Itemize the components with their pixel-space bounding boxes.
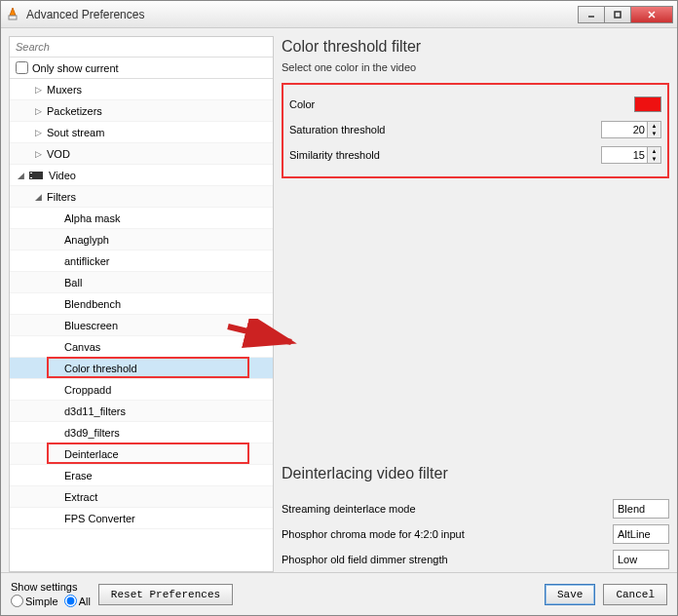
minimize-button[interactable]: [578, 6, 605, 23]
tree-item[interactable]: Canvas: [10, 336, 273, 358]
footer: Show settings Simple All Reset Preferenc…: [1, 572, 677, 615]
tree-item-label: Color threshold: [64, 363, 137, 374]
tree-item[interactable]: Bluescreen: [10, 315, 273, 336]
color-row: Color: [289, 93, 661, 116]
tree-item-label: Erase: [64, 470, 93, 481]
tree-item[interactable]: ◢Video: [10, 165, 273, 186]
svg-rect-7: [30, 173, 32, 173]
color-label: Color: [289, 98, 634, 110]
all-radio[interactable]: [64, 595, 77, 607]
tree-item-label: antiflicker: [64, 255, 109, 267]
chroma-combo[interactable]: AltLine: [613, 524, 669, 544]
tree-item-label: Sout stream: [47, 127, 104, 138]
tree-item[interactable]: Deinterlace: [10, 443, 273, 465]
search-input[interactable]: [10, 37, 273, 58]
tree-item-label: Anaglyph: [64, 234, 109, 246]
tree-item[interactable]: Alpha mask: [10, 208, 273, 229]
tree-item-label: Croppadd: [64, 384, 111, 396]
saturation-label: Saturation threshold: [289, 124, 601, 135]
save-button[interactable]: Save: [545, 584, 595, 605]
cancel-button[interactable]: Cancel: [603, 584, 667, 605]
svg-rect-3: [615, 12, 621, 18]
saturation-row: Saturation threshold ▲▼: [289, 118, 661, 141]
dimmer-label: Phosphor old field dimmer strength: [282, 554, 613, 565]
dimmer-combo[interactable]: Low: [613, 550, 669, 569]
tree-item-label: Extract: [64, 491, 97, 503]
similarity-spinner[interactable]: ▲▼: [601, 146, 661, 164]
app-icon: [5, 7, 20, 22]
tree-item[interactable]: antiflicker: [10, 250, 273, 272]
tree-item[interactable]: Color threshold: [10, 358, 273, 379]
preferences-tree[interactable]: ▷Muxers▷Packetizers▷Sout stream▷VOD◢Vide…: [10, 79, 273, 571]
right-panel: Color threshold filter Select one color …: [282, 36, 669, 572]
body: Only show current ▷Muxers▷Packetizers▷So…: [1, 28, 677, 572]
only-current-checkbox[interactable]: [16, 61, 28, 74]
tree-item[interactable]: Croppadd: [10, 379, 273, 401]
only-current-row: Only show current: [10, 58, 273, 79]
tree-item-label: Packetizers: [47, 105, 102, 117]
similarity-row: Similarity threshold ▲▼: [289, 143, 661, 167]
tree-item[interactable]: ▷Muxers: [10, 79, 273, 100]
titlebar: Advanced Preferences: [1, 1, 677, 28]
tree-item[interactable]: ▷Sout stream: [10, 122, 273, 143]
tree-item-label: Deinterlace: [64, 448, 119, 460]
section1-title: Color threshold filter: [282, 38, 669, 56]
tree-item[interactable]: FPS Converter: [10, 508, 273, 529]
saturation-input[interactable]: [601, 121, 648, 138]
tree-item[interactable]: d3d9_filters: [10, 422, 273, 443]
deint-mode-label: Streaming deinterlace mode: [282, 503, 613, 515]
tree-item[interactable]: d3d11_filters: [10, 401, 273, 422]
video-icon: [29, 170, 45, 181]
only-current-label: Only show current: [32, 62, 119, 74]
tree-item[interactable]: ◢Filters: [10, 186, 273, 208]
section2-title: Deinterlacing video filter: [282, 465, 669, 482]
tree-item-label: Muxers: [47, 84, 82, 96]
saturation-spin-buttons[interactable]: ▲▼: [648, 121, 661, 138]
chroma-row: Phosphor chroma mode for 4:2:0 input Alt…: [282, 521, 669, 547]
left-panel: Only show current ▷Muxers▷Packetizers▷So…: [9, 36, 274, 572]
tree-item-label: Bluescreen: [64, 320, 118, 331]
svg-rect-8: [30, 177, 32, 178]
tree-item[interactable]: Ball: [10, 272, 273, 293]
tree-item[interactable]: Anaglyph: [10, 229, 273, 250]
similarity-input[interactable]: [601, 146, 648, 164]
svg-rect-1: [9, 16, 17, 19]
tree-item-label: Ball: [64, 277, 82, 289]
close-button[interactable]: [630, 6, 673, 23]
simple-radio[interactable]: [11, 595, 23, 607]
svg-marker-0: [10, 8, 16, 16]
tree-item-label: VOD: [47, 148, 70, 160]
color-swatch[interactable]: [634, 96, 661, 112]
similarity-label: Similarity threshold: [289, 149, 601, 161]
tree-item-label: Alpha mask: [64, 212, 120, 224]
tree-item[interactable]: ▷Packetizers: [10, 100, 273, 122]
chroma-label: Phosphor chroma mode for 4:2:0 input: [282, 528, 613, 540]
reset-button[interactable]: Reset Preferences: [98, 584, 233, 605]
deint-mode-combo[interactable]: Blend: [613, 499, 669, 519]
deint-mode-row: Streaming deinterlace mode Blend: [282, 496, 669, 521]
tree-item[interactable]: Blendbench: [10, 293, 273, 315]
section1-subtitle: Select one color in the video: [282, 61, 669, 73]
tree-item[interactable]: Extract: [10, 486, 273, 508]
tree-item-label: Blendbench: [64, 298, 121, 310]
window-title: Advanced Preferences: [26, 8, 579, 21]
saturation-spinner[interactable]: ▲▼: [601, 121, 661, 138]
section2: Deinterlacing video filter Streaming dei…: [282, 463, 669, 572]
tree-item-label: d3d9_filters: [64, 427, 120, 439]
tree-item-label: FPS Converter: [64, 513, 135, 524]
simple-radio-label[interactable]: Simple: [11, 595, 58, 607]
tree-item-label: Video: [49, 170, 76, 181]
dimmer-row: Phosphor old field dimmer strength Low: [282, 547, 669, 572]
show-settings: Show settings Simple All: [11, 581, 91, 607]
all-radio-label[interactable]: All: [64, 595, 91, 607]
tree-item[interactable]: Erase: [10, 465, 273, 486]
tree-item-label: Filters: [47, 191, 76, 203]
preferences-window: Advanced Preferences Only show current ▷…: [0, 0, 678, 616]
window-buttons: [579, 6, 673, 23]
maximize-button[interactable]: [604, 6, 631, 23]
similarity-spin-buttons[interactable]: ▲▼: [648, 146, 661, 164]
tree-item[interactable]: ▷VOD: [10, 143, 273, 165]
show-settings-label: Show settings: [11, 581, 91, 593]
tree-item-label: Canvas: [64, 341, 100, 353]
section1-highlight: Color Saturation threshold ▲▼ Similarity…: [282, 83, 669, 178]
